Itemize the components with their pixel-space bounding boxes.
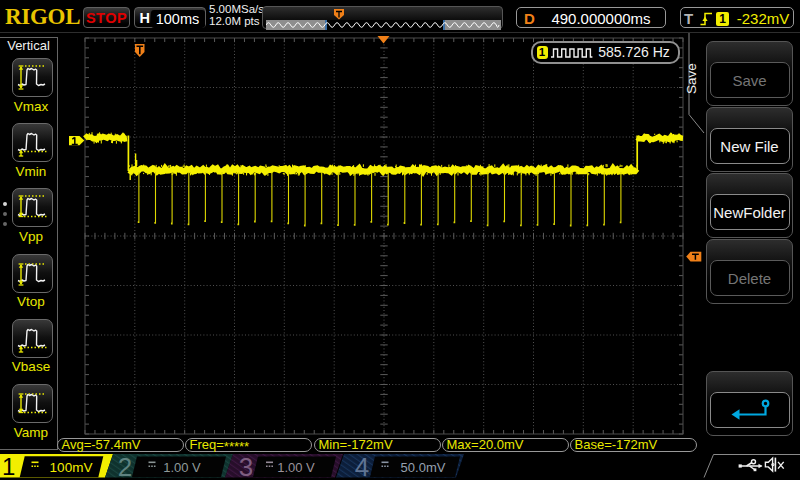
svg-text:2: 2 [118, 452, 132, 480]
svg-text:1: 1 [2, 453, 15, 480]
svg-text:1.00 V: 1.00 V [163, 460, 201, 475]
svg-text:3: 3 [239, 452, 253, 480]
svg-text:100mV: 100mV [50, 460, 93, 475]
svg-text:1.00 V: 1.00 V [277, 460, 315, 475]
svg-text:Save: Save [685, 63, 699, 94]
svg-text:4: 4 [355, 452, 369, 480]
svg-text:50.0mV: 50.0mV [401, 460, 446, 475]
